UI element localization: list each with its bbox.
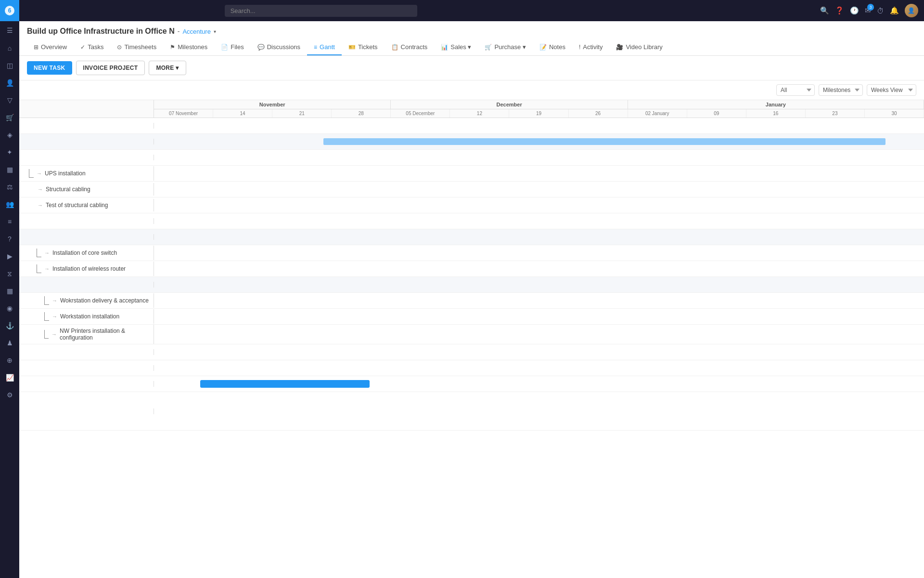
filter-all-select[interactable]: All [776,84,815,96]
week-12: 12 [450,109,509,118]
sidebar-icon-analytics[interactable]: 📈 [0,369,19,386]
bracket-wireless [37,264,41,273]
tab-video-library[interactable]: 🎥 Video Library [609,39,669,55]
task-cell-empty5 [19,365,154,371]
app-logo[interactable]: 6 [0,0,19,21]
sidebar-icon-cart[interactable]: 🛒 [0,109,19,126]
months-row: November December January [154,100,924,109]
clock-icon[interactable]: ⏱ [877,7,884,15]
sidebar-icon-cal2[interactable]: ▦ [0,282,19,300]
project-separator: - [178,27,180,35]
tab-tickets[interactable]: 🎫 Tickets [342,39,385,55]
tab-timesheets[interactable]: ⊙ Timesheets [110,39,163,55]
task-cell-workstation-delivery: → Wokrstation delivery & acceptance [19,293,154,308]
gantt-bar-main-group[interactable] [323,138,886,145]
invoice-project-button[interactable]: INVOICE PROJECT [76,61,145,75]
sidebar-icon-filter2[interactable]: ⧖ [0,265,19,282]
tab-purchase-label: Purchase ▾ [494,43,526,51]
arrow-core-switch: → [44,250,50,256]
tab-activity[interactable]: ! Activity [572,39,610,55]
topbar: 🔍 ❓ 🕐 ✉ 3 ⏱ 🔔 👤 [19,0,924,21]
sidebar-icon-users[interactable]: 👥 [0,196,19,213]
tab-activity-label: Activity [583,43,603,51]
tab-tasks[interactable]: ✓ Tasks [74,39,110,55]
timeline-months: November December January 07 November 14… [154,100,924,118]
gantt-row-spacer [19,392,924,431]
sidebar-icon-video[interactable]: ▶ [0,248,19,265]
project-page: Build up Office Infrastructure in Office… [19,21,924,578]
svg-text:6: 6 [8,7,12,14]
help-icon[interactable]: ❓ [835,6,844,15]
week-19: 19 [509,109,568,118]
avatar[interactable]: 👤 [905,4,918,17]
week-30: 30 [865,109,924,118]
bell-icon[interactable]: 🔔 [890,6,899,15]
notification-badge: 3 [867,4,874,11]
timeline-cell-ups [154,166,924,181]
gantt-area[interactable]: All Milestones Weeks View Days View Mont… [19,80,924,578]
arrow-workstation-delivery: → [52,298,57,303]
search-input[interactable] [225,5,417,17]
tab-purchase[interactable]: 🛒 Purchase ▾ [478,39,533,55]
task-cell-structural: → Structural cabling [19,183,154,196]
sidebar-icon-gear[interactable]: ⚙ [0,386,19,404]
gantt-row-workstation-install: → Workstation installation [19,309,924,325]
month-january: January [628,100,924,109]
sidebar-icon-scale[interactable]: ⚖ [0,178,19,196]
sidebar-icon-anchor[interactable]: ⚓ [0,317,19,334]
tab-overview[interactable]: ⊞ Overview [27,39,74,55]
arrow-test-structural: → [38,202,43,208]
new-task-button[interactable]: NEW TASK [27,61,72,75]
sidebar-icon-calendar[interactable]: ◫ [0,57,19,74]
filter-row: All Milestones Weeks View Days View Mont… [19,80,924,100]
task-cell-ups: → UPS installation [19,166,154,181]
bracket-printers [44,330,49,339]
notifications-icon[interactable]: ✉ 3 [865,6,871,15]
filter-milestones-select[interactable]: Milestones [819,84,863,96]
hamburger-menu-icon[interactable]: ☰ [0,21,19,39]
gantt-row-empty-top [19,118,924,134]
tab-timesheets-label: Timesheets [124,43,156,51]
project-company[interactable]: Accenture [182,28,211,35]
arrow-structural: → [38,186,43,192]
history-icon[interactable]: 🕐 [850,6,859,15]
sidebar-icon-list[interactable]: ≡ [0,213,19,230]
tab-discussions[interactable]: 💬 Discussions [251,39,307,55]
task-cell-workstation-install: → Workstation installation [19,309,154,324]
sidebar: 6 ☰ ⌂ ◫ 👤 ▽ 🛒 ◈ ✦ ▦ ⚖ 👥 ≡ ? ▶ ⧖ ▦ ◉ ⚓ ♟ … [0,0,19,578]
tab-contracts[interactable]: 📋 Contracts [385,39,435,55]
sidebar-icon-profile[interactable]: ◉ [0,300,19,317]
project-title: Build up Office Infrastructure in Office… [27,27,175,36]
tab-gantt[interactable]: ≡ Gantt [307,39,342,55]
sidebar-icon-network[interactable]: ⊕ [0,352,19,369]
sidebar-icon-barchart[interactable]: ▦ [0,161,19,178]
tab-sales[interactable]: 📊 Sales ▾ [434,39,478,55]
task-wireless-label: Installation of wireless router [52,265,126,272]
tab-discussions-label: Discussions [267,43,300,51]
toolbar: NEW TASK INVOICE PROJECT MORE ▾ [19,56,924,80]
gantt-bar-bottom[interactable] [200,380,370,388]
discussions-icon: 💬 [257,44,265,51]
filter-view-select[interactable]: Weeks View Days View Months View [867,84,916,96]
sidebar-icon-star[interactable]: ✦ [0,144,19,161]
contracts-icon: 📋 [391,44,398,51]
project-header: Build up Office Infrastructure in Office… [19,21,924,56]
task-cell-empty3 [19,218,154,224]
sidebar-icon-filter[interactable]: ▽ [0,92,19,109]
gantt-icon: ≡ [314,44,317,51]
search-icon[interactable]: 🔍 [820,6,829,15]
tab-files[interactable]: 📄 Files [214,39,250,55]
sidebar-icon-person[interactable]: 👤 [0,74,19,92]
sidebar-icon-users2[interactable]: ♟ [0,334,19,352]
task-cell-spacer [19,408,154,414]
weeks-row: 07 November 14 21 28 05 December 12 19 2… [154,109,924,118]
sidebar-icon-help[interactable]: ? [0,230,19,248]
more-button[interactable]: MORE ▾ [149,61,186,75]
sidebar-icon-pin[interactable]: ◈ [0,126,19,144]
week-28: 28 [332,109,391,118]
company-dropdown-arrow[interactable]: ▾ [214,29,216,34]
tab-milestones[interactable]: ⚑ Milestones [163,39,214,55]
sidebar-icon-home[interactable]: ⌂ [0,39,19,57]
tab-notes[interactable]: 📝 Notes [533,39,572,55]
main-content: 🔍 ❓ 🕐 ✉ 3 ⏱ 🔔 👤 Build up Office Infrastr… [19,0,924,578]
